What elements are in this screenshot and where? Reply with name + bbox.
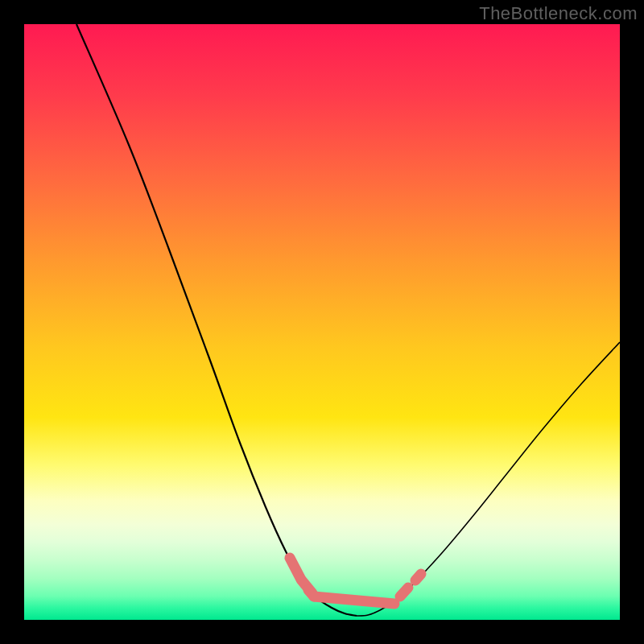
chart-frame: TheBottleneck.com — [0, 0, 644, 644]
watermark-text: TheBottleneck.com — [479, 3, 638, 24]
highlight-segment — [400, 588, 408, 597]
curve-right — [357, 342, 620, 616]
highlight-segment — [415, 574, 421, 580]
curve-svg — [24, 24, 620, 620]
plot-area — [24, 24, 620, 620]
highlight-segment — [314, 597, 394, 604]
curve-left — [76, 24, 357, 616]
trough-highlight — [290, 558, 421, 604]
